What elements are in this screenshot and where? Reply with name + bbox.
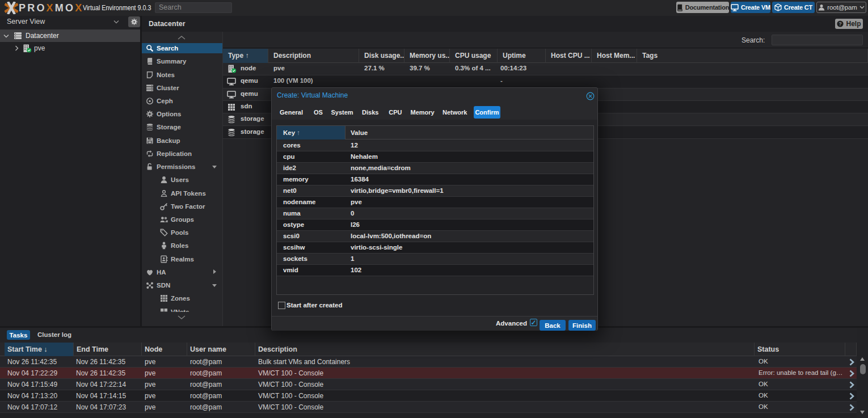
- svg-text:?: ?: [839, 21, 842, 27]
